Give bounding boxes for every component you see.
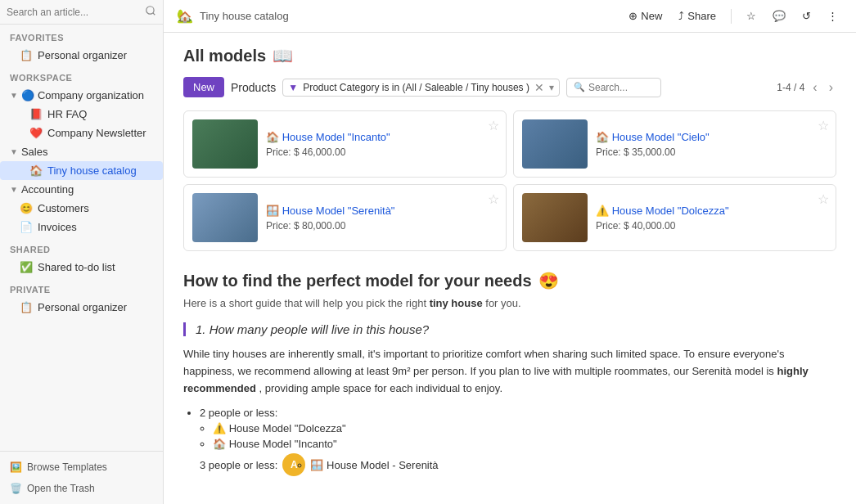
article-title-text: How to find the perfect model for your n… <box>183 272 532 290</box>
article-title: How to find the perfect model for your n… <box>183 271 836 290</box>
sidebar-item-shared-todo[interactable]: ✅ Shared to-do list <box>0 258 163 277</box>
product-info-serenita: 🪟 House Model "Serenità" Price: $ 80,000… <box>266 205 498 232</box>
favorite-incanto-button[interactable]: ☆ <box>488 118 499 133</box>
trash-icon: 🗑️ <box>10 483 22 494</box>
filter-funnel-icon: ▼ <box>288 82 298 93</box>
filter-tag-text: Product Category is in (All / Saleable /… <box>303 82 529 93</box>
pagination-text: 1-4 / 4 <box>777 82 804 93</box>
sidebar: Favorites 📋 Personal organizer Workspace… <box>0 0 164 504</box>
history-button[interactable]: ↺ <box>797 7 816 25</box>
products-label: Products <box>231 81 276 94</box>
product-price-cielo: Price: $ 35,000.00 <box>596 146 827 158</box>
pagination: 1-4 / 4 ‹ › <box>777 79 836 97</box>
more-button[interactable]: ⋮ <box>822 7 843 25</box>
company-org-label: Company organization <box>38 89 144 101</box>
product-price-incanto: Price: $ 46,000.00 <box>266 146 498 158</box>
chevron-down-icon: ▼ <box>10 147 18 156</box>
favorite-dolcezza-button[interactable]: ☆ <box>818 191 829 207</box>
sidebar-item-private-personal-organizer[interactable]: 📋 Personal organizer <box>0 298 163 317</box>
templates-icon: 🖼️ <box>10 461 22 473</box>
todo-icon: ✅ <box>20 261 33 273</box>
product-name-incanto[interactable]: 🏠 House Model "Incanto" <box>266 131 498 143</box>
next-page-button[interactable]: › <box>826 79 836 97</box>
sidebar-item-label: Invoices <box>38 221 77 233</box>
product-name-serenita[interactable]: 🪟 House Model "Serenità" <box>266 205 498 217</box>
star-icon: ☆ <box>746 10 756 22</box>
sidebar-item-tiny-house-catalog[interactable]: 🏠 Tiny house catalog <box>0 161 163 180</box>
product-image-incanto <box>192 119 258 169</box>
list-item-3people: 3 people or less: A 🪟 House Model - Sere… <box>200 453 836 476</box>
sidebar-item-label: HR FAQ <box>47 108 87 120</box>
article-list: 2 people or less: ⚠️ House Model "Dolcez… <box>200 407 836 476</box>
product-icon-serenita: 🪟 <box>266 205 279 217</box>
new-label: New <box>641 10 662 22</box>
workspace-section-label: Workspace <box>0 65 163 86</box>
favorite-cielo-button[interactable]: ☆ <box>818 118 829 133</box>
article-subtitle: Here is a short guide that will help you… <box>183 297 836 309</box>
sidebar-item-hr-faq[interactable]: 📕 HR FAQ <box>0 105 163 124</box>
product-price-dolcezza: Price: $ 40,000.00 <box>596 220 827 232</box>
sidebar-item-company-newsletter[interactable]: ❤️ Company Newsletter <box>0 124 163 142</box>
product-info-dolcezza: ⚠️ House Model "Dolcezza" Price: $ 40,00… <box>596 205 827 232</box>
new-button[interactable]: ⊕ New <box>624 7 667 25</box>
personal-organizer-icon: 📋 <box>20 49 33 61</box>
sales-toggle[interactable]: ▼ Sales <box>0 142 163 161</box>
private-section-label: Private <box>0 277 163 298</box>
filter-bar: New Products ▼ Product Category is in (A… <box>183 77 836 97</box>
product-price-serenita: Price: $ 80,000.00 <box>266 220 498 232</box>
page-title-emoji: 📖 <box>273 46 293 65</box>
chevron-down-icon: ▼ <box>10 185 18 194</box>
accounting-toggle[interactable]: ▼ Accounting <box>0 180 163 199</box>
new-product-button[interactable]: New <box>183 77 224 97</box>
product-card-serenita: 🪟 House Model "Serenità" Price: $ 80,000… <box>183 184 507 251</box>
invoices-icon: 📄 <box>20 221 33 233</box>
sidebar-search-bar[interactable] <box>0 0 163 25</box>
incanto-list-icon: 🏠 <box>213 438 226 450</box>
product-name-dolcezza[interactable]: ⚠️ House Model "Dolcezza" <box>596 205 827 217</box>
product-image-dolcezza <box>522 193 588 242</box>
product-image-serenita <box>192 193 258 242</box>
sales-label: Sales <box>21 146 48 158</box>
article-para1: While tiny houses are inherently small, … <box>183 346 836 397</box>
browse-templates-btn[interactable]: 🖼️ Browse Templates <box>0 457 163 478</box>
sidebar-item-personal-organizer-fav[interactable]: 📋 Personal organizer <box>0 46 163 65</box>
hr-faq-icon: 📕 <box>29 108 43 120</box>
open-trash-btn[interactable]: 🗑️ Open the Trash <box>0 478 163 499</box>
customers-icon: 😊 <box>20 202 33 214</box>
sidebar-item-label: Personal organizer <box>38 301 127 313</box>
sidebar-item-invoices[interactable]: 📄 Invoices <box>0 218 163 236</box>
subtitle-bold: tiny house <box>430 297 483 309</box>
company-org-icon: 🔵 <box>21 89 34 101</box>
star-button[interactable]: ☆ <box>741 7 761 25</box>
comment-button[interactable]: 💬 <box>768 7 791 25</box>
app-logo: 🏡 <box>177 8 193 24</box>
product-icon-dolcezza: ⚠️ <box>596 205 609 217</box>
history-icon: ↺ <box>802 10 811 22</box>
open-trash-label: Open the Trash <box>27 483 95 494</box>
sidebar-item-label: Company Newsletter <box>47 127 146 139</box>
sidebar-item-label: Tiny house catalog <box>47 164 137 177</box>
sidebar-item-label: Personal organizer <box>38 49 127 61</box>
product-name-cielo[interactable]: 🏠 House Model "Cielo" <box>596 131 827 143</box>
more-icon: ⋮ <box>827 10 838 22</box>
filter-close-button[interactable]: ✕ <box>534 81 544 94</box>
page-title: All models 📖 <box>183 46 836 65</box>
product-info-incanto: 🏠 House Model "Incanto" Price: $ 46,000.… <box>266 131 498 158</box>
list-item-incanto: 🏠 House Model "Incanto" <box>213 438 836 450</box>
filter-search-input[interactable] <box>588 82 654 93</box>
search-input[interactable] <box>7 7 145 18</box>
company-org-toggle[interactable]: ▼ 🔵 Company organization <box>0 86 163 105</box>
prev-page-button[interactable]: ‹ <box>809 79 820 97</box>
favorite-serenita-button[interactable]: ☆ <box>488 191 499 207</box>
private-personal-icon: 📋 <box>20 301 33 313</box>
share-button[interactable]: ⤴ Share <box>674 7 721 25</box>
tiny-house-icon: 🏠 <box>29 164 43 177</box>
filter-search-box: 🔍 <box>566 78 661 97</box>
share-label: Share <box>687 10 716 22</box>
accounting-label: Accounting <box>21 183 74 196</box>
filter-dropdown-button[interactable]: ▾ <box>549 82 554 93</box>
newsletter-icon: ❤️ <box>29 127 43 139</box>
dolcezza-list-icon: ⚠️ <box>213 422 226 434</box>
sidebar-item-customers[interactable]: 😊 Customers <box>0 199 163 218</box>
product-card-dolcezza: ⚠️ House Model "Dolcezza" Price: $ 40,00… <box>513 184 836 251</box>
